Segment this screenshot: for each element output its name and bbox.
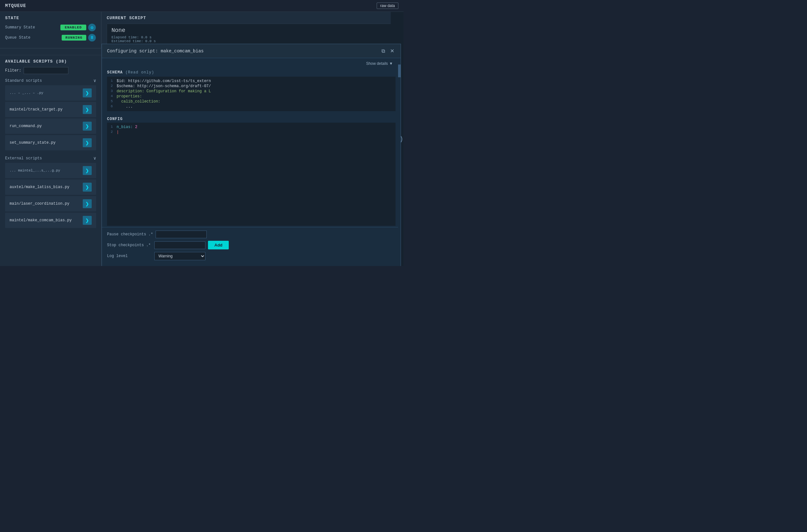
app-title: MTQUEUE [5, 3, 26, 8]
code-line: 5 calib_collection: [107, 99, 395, 104]
scrollbar-thumb [398, 64, 401, 77]
script-name: ... maintel_...s_...g.py [10, 169, 60, 172]
script-run-button[interactable]: ❯ [83, 199, 92, 208]
pause-checkpoints-input[interactable] [155, 231, 207, 238]
list-item[interactable]: ... maintel_...s_...g.py ❯ [5, 163, 96, 178]
show-details-button[interactable]: Show details ▼ [363, 60, 395, 67]
schema-readonly: (Read only) [125, 70, 154, 75]
running-badge: RUNNING [62, 35, 86, 41]
main-layout: STATE Summary State ENABLED ⚙ Queue Stat… [0, 12, 404, 266]
chevron-down-icon: ▼ [389, 61, 393, 66]
standard-scripts-group: Standard scripts ∨ [5, 78, 96, 83]
enabled-badge: ENABLED [60, 24, 86, 30]
code-line: 3 description: Configuration for making … [107, 89, 395, 94]
state-section-title: STATE [5, 16, 96, 20]
script-run-button[interactable]: ❯ [83, 216, 92, 225]
filter-input[interactable] [24, 67, 68, 74]
config-title: CONFIG [107, 117, 395, 121]
stop-checkpoints-row: Stop checkpoints .* Add [107, 241, 395, 249]
external-chevron-icon[interactable]: ∨ [94, 155, 96, 161]
script-name: ... – _... – .py [10, 91, 43, 95]
script-run-button[interactable]: ❯ [83, 166, 92, 175]
filter-row: Filter: [5, 67, 96, 74]
elapsed-time: Elapsed time: 0.0 s [112, 35, 394, 39]
schema-editor: 1 $id: https://github.com/lsst-ts/ts_ext… [107, 77, 395, 111]
script-name: set_summary_state.py [10, 140, 56, 145]
script-name: main/laser_coordination.py [10, 202, 69, 206]
code-line: 2 [107, 130, 395, 135]
stop-checkpoints-label: Stop checkpoints .* [107, 243, 152, 247]
dialog-header: Configuring script: make_comcam_bias ⧉ ✕ [102, 44, 401, 58]
schema-section: SCHEMA (Read only) 1 $id: https://github… [102, 68, 401, 114]
config-editor[interactable]: 1 n_bias: 2 2 [107, 122, 395, 226]
external-scripts-label: External scripts [5, 156, 42, 160]
config-section: CONFIG 1 n_bias: 2 2 [102, 114, 401, 227]
available-scripts-title: AVAILABLE SCRIPTS (38) [5, 59, 96, 64]
script-run-button[interactable]: ❯ [83, 138, 92, 147]
log-level-row: Log level Debug Info Warning Error Criti… [107, 252, 395, 260]
script-name: run_command.py [10, 124, 42, 128]
dialog-actions: ⧉ ✕ [380, 47, 395, 55]
code-line: 4 properties: [107, 94, 395, 99]
script-name: auxtel/make_latiss_bias.py [10, 185, 69, 189]
config-value: 2 [135, 125, 137, 129]
script-run-button[interactable]: ❯ [83, 183, 92, 192]
filter-label: Filter: [5, 68, 21, 73]
script-name: maintel/track_target.py [10, 107, 63, 112]
queue-state-label: Queue State [5, 35, 34, 40]
configure-dialog: Configuring script: make_comcam_bias ⧉ ✕… [101, 44, 401, 266]
script-run-button[interactable]: ❯ [83, 105, 92, 114]
external-scripts-group: External scripts ∨ [5, 155, 96, 161]
summary-state-badge: ENABLED ⚙ [60, 24, 96, 31]
code-line: 6 ... [107, 104, 395, 109]
list-item[interactable]: main/laser_coordination.py ❯ [5, 196, 96, 211]
queue-state-row: Queue State RUNNING ⏸ [5, 34, 96, 41]
list-item[interactable]: run_command.py ❯ [5, 118, 96, 134]
gear-icon[interactable]: ⚙ [88, 24, 96, 31]
right-panel: CURRENT SCRIPT None Elapsed time: 0.0 s … [101, 12, 404, 266]
header: MTQUEUE raw data [0, 0, 404, 12]
show-details-row: Show details ▼ [102, 58, 401, 68]
script-name: maintel/make_comcam_bias.py [10, 218, 72, 223]
summary-state-label: Summary State [5, 25, 35, 30]
state-section: STATE Summary State ENABLED ⚙ Queue Stat… [0, 12, 101, 48]
code-line: 2 $schema: http://json-schema.org/draft-… [107, 84, 395, 89]
config-key: n_bias: [117, 125, 133, 129]
copy-icon[interactable]: ⧉ [380, 48, 386, 55]
log-level-select[interactable]: Debug Info Warning Error Critical [154, 252, 205, 260]
log-level-label: Log level [107, 254, 152, 258]
list-item[interactable]: ... – _... – .py ❯ [5, 85, 96, 100]
current-script-box: None Elapsed time: 0.0 s Estimated time:… [107, 24, 398, 46]
summary-state-row: Summary State ENABLED ⚙ [5, 24, 96, 31]
dialog-scrollbar[interactable] [398, 58, 401, 266]
code-line: 1 n_bias: 2 [107, 125, 395, 130]
pause-icon[interactable]: ⏸ [88, 34, 96, 41]
script-run-button[interactable]: ❯ [83, 89, 92, 97]
list-item[interactable]: set_summary_state.py ❯ [5, 135, 96, 150]
standard-chevron-icon[interactable]: ∨ [94, 78, 96, 83]
pause-checkpoints-label: Pause checkpoints .* [107, 232, 153, 236]
current-script-name: None [112, 27, 394, 34]
close-icon[interactable]: ✕ [389, 47, 395, 55]
available-scripts-section: AVAILABLE SCRIPTS (38) Filter: Standard … [0, 55, 101, 266]
script-run-button[interactable]: ❯ [83, 122, 92, 131]
stop-checkpoints-input[interactable] [154, 242, 205, 249]
code-line: 1 $id: https://github.com/lsst-ts/ts_ext… [107, 79, 395, 84]
pause-checkpoints-row: Pause checkpoints .* [107, 231, 395, 238]
dialog-title: Configuring script: make_comcam_bias [107, 49, 204, 54]
current-script-title: CURRENT SCRIPT [107, 16, 398, 20]
standard-scripts-label: Standard scripts [5, 79, 42, 83]
list-item[interactable]: auxtel/make_latiss_bias.py ❯ [5, 179, 96, 195]
add-button[interactable]: Add [208, 241, 229, 249]
form-section: Pause checkpoints .* Stop checkpoints .*… [102, 227, 401, 266]
current-script-left [0, 49, 101, 55]
raw-data-button[interactable]: raw data [377, 3, 398, 9]
queue-state-badge: RUNNING ⏸ [62, 34, 96, 41]
list-item[interactable]: maintel/track_target.py ❯ [5, 102, 96, 117]
left-panel: STATE Summary State ENABLED ⚙ Queue Stat… [0, 12, 101, 266]
list-item[interactable]: maintel/make_comcam_bias.py ❯ [5, 213, 96, 228]
estimated-time: Estimated time: 0.0 s [112, 39, 394, 43]
schema-title: SCHEMA [107, 70, 123, 75]
